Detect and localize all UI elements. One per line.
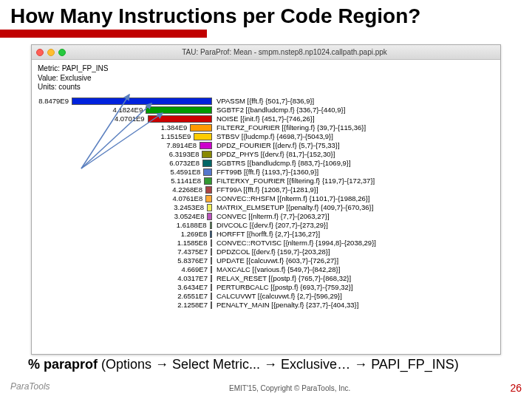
bar-value: 4.1824E9 xyxy=(35,106,146,114)
bar-label: MAXCALC [{various.f} {549,7}-{842,28}] xyxy=(212,265,340,273)
bar-value: 1.1515E9 xyxy=(35,132,194,140)
bar xyxy=(207,204,212,211)
maximize-icon[interactable] xyxy=(58,49,66,56)
bar-row[interactable]: 1.1585E8CONVEC::ROTVISC [{nlterm.f} {199… xyxy=(35,239,497,248)
bar-label: DPDZ_FOURIER [{derv.f} {5,7}-{75,33}] xyxy=(212,141,340,149)
bar-row[interactable]: 6.3193E8DPDZ_PHYS [{derv.f} {81,7}-{152,… xyxy=(35,150,497,159)
bar-row[interactable]: 1.384E9FILTERZ_FOURIER [{filtering.f} {3… xyxy=(35,123,497,132)
bar xyxy=(211,257,212,265)
bar-row[interactable]: 1.6188E8DIVCOLC [{derv.f} {207,7}-{273,2… xyxy=(35,221,497,230)
bar-row[interactable]: 4.0701E9NOISE [{init.f} {451,7}-{746,26}… xyxy=(35,115,497,123)
page-number: 26 xyxy=(510,382,522,394)
bar-row[interactable]: 7.4375E7DPDZCOL [{derv.f} {159,7}-{203,2… xyxy=(35,248,497,256)
footer: ParaTools EMIT'15, Copyright © ParaTools… xyxy=(0,381,532,395)
bar xyxy=(211,275,212,282)
bar xyxy=(211,301,212,309)
bar-row[interactable]: 8.8479E9VPASSM [{fft.f} {501,7}-{836,9}] xyxy=(35,97,497,106)
bar xyxy=(200,142,212,149)
bar-row[interactable]: 5.1141E8FILTERXY_FOURIER [{filtering.f} … xyxy=(35,177,497,185)
bar-row[interactable]: 5.4591E8FFT99B [{fft.f} {1193,7}-{1360,9… xyxy=(35,168,497,177)
bar-value: 6.3193E8 xyxy=(35,150,202,158)
bar xyxy=(211,266,212,273)
bar xyxy=(202,151,212,158)
bar-row[interactable]: 3.2453E8MATRIX_ELMSETUP [{penalty.f} {40… xyxy=(35,203,497,212)
caption-command: % paraprof xyxy=(28,357,98,372)
bar-row[interactable]: 4.1824E9SGBTF2 [{bandludcmp.f} {336,7}-{… xyxy=(35,106,497,115)
bar xyxy=(211,239,212,247)
caption: % paraprof (Options → Select Metric... →… xyxy=(28,357,459,372)
bar-label: DPDZCOL [{derv.f} {159,7}-{203,28}] xyxy=(212,248,330,256)
bar-row[interactable]: 2.6551E7CALCUVWT [{calcuvwt.f} {2,7}-{59… xyxy=(35,292,497,301)
bar-label: CONVEC [{nlterm.f} {7,7}-{2063,27}] xyxy=(212,212,330,220)
bar-value: 1.1585E8 xyxy=(35,239,211,247)
bar xyxy=(205,186,212,194)
bar xyxy=(210,222,212,229)
window-meta: Metric: PAPI_FP_INS Value: Exclusive Uni… xyxy=(32,60,500,94)
bar-row[interactable]: 4.669E7MAXCALC [{various.f} {549,7}-{842… xyxy=(35,265,497,274)
bar-value: 3.2453E8 xyxy=(35,203,207,211)
bar-value: 2.6551E7 xyxy=(35,292,211,300)
bar-row[interactable]: 3.6434E7PERTURBCALC [{postp.f} {693,7}-{… xyxy=(35,283,497,292)
bar xyxy=(72,98,212,105)
bar-value: 4.2268E8 xyxy=(35,185,205,194)
bar-value: 1.269E8 xyxy=(35,230,210,238)
bar xyxy=(211,248,212,256)
bar-row[interactable]: 2.1258E7PENALTY_MAIN [{penalty.f} {237,7… xyxy=(35,301,497,310)
bar-value: 5.1141E8 xyxy=(35,177,204,185)
bar-label: CALCUVWT [{calcuvwt.f} {2,7}-{596,29}] xyxy=(212,292,342,300)
bar-label: PENALTY_MAIN [{penalty.f} {237,7}-{404,3… xyxy=(212,301,358,309)
bar xyxy=(211,284,212,291)
bar-value: 7.4375E7 xyxy=(35,248,211,256)
bar xyxy=(210,231,212,238)
slide-title: How Many Instructions per Code Region? xyxy=(0,0,532,30)
minimize-icon[interactable] xyxy=(47,49,55,56)
bar xyxy=(211,293,212,300)
bar xyxy=(194,133,212,140)
title-underline xyxy=(0,30,207,38)
bar-value: 7.8914E8 xyxy=(35,141,200,149)
caption-path: (Options → Select Metric... → Exclusive…… xyxy=(101,357,459,372)
metric-value: PAPI_FP_INS xyxy=(62,64,109,72)
bar-value: 4.0701E9 xyxy=(35,115,148,123)
bar-row[interactable]: 4.2268E8FFT99A [{fft.f} {1208,7}-{1281,9… xyxy=(35,185,497,194)
bar xyxy=(190,124,212,132)
bar-row[interactable]: 7.8914E8DPDZ_FOURIER [{derv.f} {5,7}-{75… xyxy=(35,141,497,150)
units-value: counts xyxy=(58,83,80,91)
bar-row[interactable]: 5.8376E7UPDATE [{calcuvwt.f} {603,7}-{72… xyxy=(35,256,497,265)
bar-value: 5.4591E8 xyxy=(35,168,203,176)
bar-value: 6.0732E8 xyxy=(35,159,202,167)
bar-value: 4.669E7 xyxy=(35,265,211,273)
bar-label: FFT99A [{fft.f} {1208,7}-{1281,9}] xyxy=(212,185,318,194)
bar-chart[interactable]: 8.8479E9VPASSM [{fft.f} {501,7}-{836,9}]… xyxy=(32,94,500,313)
close-icon[interactable] xyxy=(36,49,44,56)
bar xyxy=(204,177,212,185)
bar-label: STBSV [{ludcmp.f} {4698,7}-{5043,9}] xyxy=(212,132,333,140)
bar-label: DIVCOLC [{derv.f} {207,7}-{273,29}] xyxy=(212,221,328,229)
bar-row[interactable]: 1.269E8HORFFT [{horfft.f} {2,7}-{136,27}… xyxy=(35,230,497,239)
bar xyxy=(202,160,212,167)
bar-row[interactable]: 3.0524E8CONVEC [{nlterm.f} {7,7}-{2063,2… xyxy=(35,212,497,221)
bar-label: DPDZ_PHYS [{derv.f} {81,7}-{152,30}] xyxy=(212,150,335,158)
bar-value: 3.6434E7 xyxy=(35,283,211,291)
bar-value: 4.0761E8 xyxy=(35,194,205,202)
bar-value: 1.384E9 xyxy=(35,123,190,132)
bar-label: CONVEC::RHSFM [{nlterm.f} {1101,7}-{1988… xyxy=(212,194,370,202)
paraprof-window: TAU: ParaProf: Mean - smpm.nstep8.np1024… xyxy=(31,44,501,355)
bar xyxy=(207,213,212,220)
bar-label: VPASSM [{fft.f} {501,7}-{836,9}] xyxy=(212,97,314,105)
bar-row[interactable]: 4.0761E8CONVEC::RHSFM [{nlterm.f} {1101,… xyxy=(35,194,497,203)
paratools-logo: ParaTools xyxy=(10,381,69,395)
bar-value: 8.8479E9 xyxy=(35,97,72,105)
bar xyxy=(203,168,212,176)
bar-row[interactable]: 1.1515E9STBSV [{ludcmp.f} {4698,7}-{5043… xyxy=(35,132,497,141)
metric-label: Metric: xyxy=(38,64,60,72)
window-titlebar[interactable]: TAU: ParaProf: Mean - smpm.nstep8.np1024… xyxy=(32,45,500,60)
bar-label: HORFFT [{horfft.f} {2,7}-{136,27}] xyxy=(212,230,320,238)
bar-value: 5.8376E7 xyxy=(35,256,211,265)
bar-row[interactable]: 6.0732E8SGBTRS [{bandludcmp.f} {883,7}-{… xyxy=(35,159,497,168)
bar-label: SGBTF2 [{bandludcmp.f} {336,7}-{440,9}] xyxy=(212,106,345,114)
bar-label: MATRIX_ELMSETUP [{penalty.f} {409,7}-{67… xyxy=(212,203,373,211)
bar-label: FFT99B [{fft.f} {1193,7}-{1360,9}] xyxy=(212,168,318,176)
copyright: EMIT'15, Copyright © ParaTools, Inc. xyxy=(69,384,510,392)
bar-row[interactable]: 4.0317E7RELAX_RESET [{postp.f} {765,7}-{… xyxy=(35,274,497,283)
